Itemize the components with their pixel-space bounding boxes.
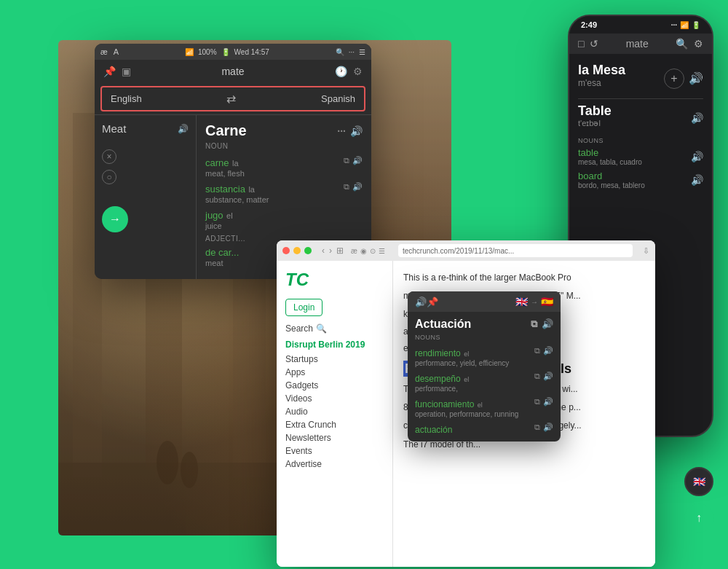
forward-icon[interactable]: › [329,246,332,256]
traffic-green[interactable] [304,247,312,254]
list-menu-icon[interactable]: ☰ [359,48,365,56]
popup-copy-3[interactable]: ⧉ [534,397,540,407]
target-word-row: Carne ··· 🔊 [205,122,363,139]
more-menu-icon[interactable]: ··· [349,48,355,56]
iphone-search-icon[interactable]: 🔍 [676,38,688,50]
iphone-word2-phonetic: t'eɪbəl [578,119,612,128]
sidebar-link-startups[interactable]: Startups [285,354,384,364]
copy-icon-2[interactable]: ⧉ [344,182,349,192]
menubar-a: A [114,47,119,56]
more-options-icon[interactable]: ··· [337,125,346,137]
sidebar-link-extra-crunch[interactable]: Extra Crunch [285,420,384,430]
iphone-sound-icon-2[interactable]: 🔊 [691,112,703,124]
sidebar-link-newsletters[interactable]: Newsletters [285,433,384,443]
copy-icon-1[interactable]: ⧉ [344,156,349,165]
popup-trans-main-2: desempeño [415,374,461,384]
sidebar-link-advertise[interactable]: Advertise [285,459,384,469]
iphone-sound-icon-1[interactable]: 🔊 [689,71,703,85]
sound-icon-2[interactable]: 🔊 [352,182,363,192]
popup-sound-3[interactable]: 🔊 [543,397,553,407]
source-word: Meat 🔊 [102,122,189,135]
popup-sound-icon-2[interactable]: 🔊 [542,318,553,330]
tc-logo: TC [285,270,384,290]
menubar-right: 🔍 ··· ☰ [336,48,365,56]
trans-main-3: jugo [205,210,223,221]
iphone-word2-row: Table t'eɪbəl 🔊 [578,103,703,133]
trans-actions-2: ⧉ 🔊 [344,182,363,192]
popup-trans-actions-3: ⧉ 🔊 [534,397,553,407]
iphone-trans-item-1: table mesa, tabla, cuadro 🔊 [578,147,703,166]
iphone-app-title: mate [626,38,649,50]
source-sound-icon[interactable]: 🔊 [178,124,189,134]
browser-address-bar[interactable]: techcrunch.com/2019/11/13/mac... [398,244,633,257]
settings-icon[interactable]: ⚙ [353,66,363,77]
popup-copy-2[interactable]: ⧉ [534,372,540,381]
nav-close-circle[interactable]: × [102,149,116,164]
article-intro-1: This is a re-think of the larger MacBook… [403,271,645,285]
sidebar-link-audio[interactable]: Audio [285,407,384,417]
iphone-word1-row: la Mesa m'esa + 🔊 [578,63,703,94]
popup-trans-sub-2: performance, [415,385,469,393]
nav-open-circle[interactable]: ○ [102,170,116,184]
sidebar-link-apps[interactable]: Apps [285,367,384,377]
popup-pin-icon[interactable]: 📌 [427,297,438,307]
browser-ae-icon: æ [351,247,357,255]
popup-trans-article-3: el [478,401,483,409]
scroll-up-fab[interactable]: ↑ [684,503,713,533]
sidebar-link-videos[interactable]: Videos [285,393,384,404]
trans-article-2: la [248,185,255,194]
search-text[interactable]: Search [285,323,313,334]
iphone-nav-right: 🔍 ⚙ [676,38,703,50]
iphone-plus-button[interactable]: + [664,68,684,89]
source-word-text: Meat [102,122,126,135]
popup-copy-4[interactable]: ⧉ [534,423,540,432]
popup-copy-1[interactable]: ⧉ [534,346,540,356]
popup-sound-1[interactable]: 🔊 [543,346,553,356]
iphone-sound-trans-1[interactable]: 🔊 [691,151,703,162]
window-icon[interactable]: ▣ [122,66,131,77]
popup-sound-2[interactable]: 🔊 [543,372,553,381]
download-icon[interactable]: ⇩ [643,246,649,256]
trans-article-1: la [232,159,239,168]
sidebar-link-gadgets[interactable]: Gadgets [285,380,384,391]
pin-icon[interactable]: 📌 [103,66,116,77]
menubar-ae: æ [100,47,108,56]
iphone-word1: la Mesa [578,63,625,78]
arrow-icon: → [531,298,538,306]
browser-lang-icon: ⊙ [370,247,376,255]
featured-link[interactable]: Disrupt Berlin 2019 [285,340,384,350]
iphone-trans-sub-1: mesa, tabla, cuadro [578,158,642,166]
popup-sound-4[interactable]: 🔊 [543,423,553,432]
target-language[interactable]: Spanish [321,93,355,104]
popup-word-text: Actuación [415,318,471,331]
popup-translation: 🔊 📌 🇬🇧 → 🇪🇸 Actuación ⧉ 🔊 NOUNS rendimie… [408,291,561,442]
traffic-red[interactable] [282,247,290,254]
sidebar-link-events[interactable]: Events [285,446,384,456]
sound-icon-1[interactable]: 🔊 [352,156,363,165]
traffic-yellow[interactable] [293,247,301,254]
translation-row-2: sustancia la substance, matter ⧉ 🔊 [205,182,363,204]
history-icon[interactable]: 🕐 [335,66,347,77]
source-language[interactable]: English [111,93,142,104]
browser-nav-buttons: ‹ › ⊞ [322,246,344,256]
tab-icon[interactable]: ⊞ [336,246,344,256]
iphone-settings-icon[interactable]: ⚙ [694,38,703,50]
mate-arrow-button[interactable]: → [102,206,128,232]
popup-trans-2: desempeño el performance, ⧉ 🔊 [408,369,561,395]
mate-title: mate [221,66,244,77]
flag-fab[interactable]: 🇬🇧 [684,467,713,496]
browser-menu-icon[interactable]: ☰ [379,247,385,255]
popup-copy-icon[interactable]: ⧉ [531,318,537,330]
iphone-sound-trans-2[interactable]: 🔊 [691,174,703,186]
search-row: Search 🔍 [285,323,384,334]
browser-extra-icons: æ ◉ ⊙ ☰ [351,247,385,255]
popup-sound-icon[interactable]: 🔊 [415,297,427,307]
battery-icon: 🔋 [221,48,230,56]
search-menu-icon[interactable]: 🔍 [336,48,344,56]
login-button[interactable]: Login [285,299,323,316]
target-sound-icon[interactable]: 🔊 [350,125,363,137]
iphone-page-icon[interactable]: □ [578,38,584,50]
back-icon[interactable]: ‹ [322,246,325,256]
swap-language-icon[interactable]: ⇄ [226,92,236,106]
iphone-refresh-icon[interactable]: ↺ [590,38,598,50]
